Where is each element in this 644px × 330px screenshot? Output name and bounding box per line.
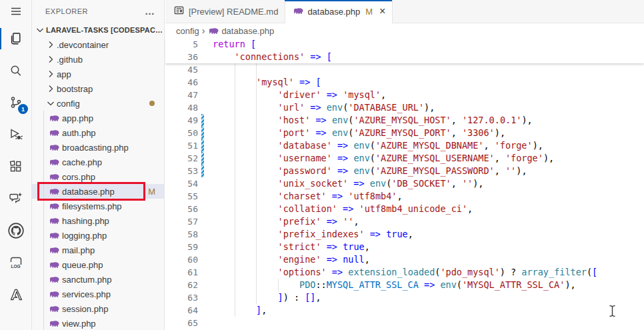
- close-icon[interactable]: ×: [379, 7, 385, 16]
- tab-label: database.php: [307, 7, 360, 17]
- file-item-cache-php[interactable]: cache.php: [32, 155, 164, 169]
- code-line[interactable]: 61 'options' => extension_loaded('pdo_my…: [165, 266, 644, 279]
- more-actions-icon[interactable]: …: [145, 8, 155, 15]
- file-item-queue-php[interactable]: queue.php: [32, 257, 164, 272]
- code-text: 'prefix_indexes' => true,: [213, 228, 644, 241]
- tab-preview-readme-md[interactable]: [Preview] README.md: [165, 0, 285, 23]
- editor-group: [Preview] README.mddatabase.phpM× config…: [165, 0, 644, 330]
- debug-icon: [8, 127, 24, 143]
- code-line[interactable]: 64 ],: [165, 304, 644, 317]
- code-line[interactable]: 53 'password' => env('AZURE_MYSQL_PASSWO…: [165, 165, 644, 177]
- search-button[interactable]: [0, 55, 32, 87]
- azure-logs-button[interactable]: LOG: [0, 247, 32, 279]
- code-line[interactable]: 36 'connections' => [: [165, 51, 644, 63]
- code-line[interactable]: 52 'username' => env('AZURE_MYSQL_USERNA…: [165, 152, 644, 165]
- file-item-filesystems-php[interactable]: filesystems.php: [32, 199, 164, 213]
- file-item-app-php[interactable]: app.php: [32, 111, 164, 125]
- code-line[interactable]: 55 'charset' => 'utf8mb4',: [165, 190, 644, 203]
- file-item-mail-php[interactable]: mail.php: [32, 243, 164, 257]
- code-line[interactable]: 46 'mysql' => [: [165, 76, 644, 89]
- code-line[interactable]: 63 ]) : [],: [165, 291, 644, 304]
- code-line[interactable]: 48 'url' => env('DATABASE_URL'),: [165, 101, 644, 114]
- file-item-hashing-php[interactable]: hashing.php: [32, 213, 164, 228]
- code-text: 'charset' => 'utf8mb4',: [213, 190, 644, 203]
- item-label: view.php: [62, 319, 96, 329]
- project-root-laravel-tasks-codespaces[interactable]: LARAVEL-TASKS [CODESPACES: ...: [32, 23, 164, 37]
- file-item-broadcasting-php[interactable]: broadcasting.php: [32, 140, 164, 155]
- php-file-icon: [49, 203, 62, 210]
- source-control-button[interactable]: 1: [0, 87, 32, 119]
- item-label: cors.php: [62, 172, 95, 182]
- item-label: sanctum.php: [62, 275, 111, 285]
- php-file-icon: [49, 291, 62, 298]
- code-line[interactable]: 62 PDO::MYSQL_ATTR_SSL_CA => env('MYSQL_…: [165, 279, 644, 291]
- gutter: [198, 203, 213, 215]
- code-lines[interactable]: 4546 'mysql' => [47 'driver' => 'mysql',…: [165, 63, 644, 329]
- azure-button[interactable]: [0, 279, 32, 311]
- gutter: [198, 253, 213, 266]
- file-item-session-php[interactable]: session.php: [32, 301, 164, 316]
- folder-item-devcontainer[interactable]: .devcontainer: [32, 37, 164, 52]
- code-line[interactable]: 58 'prefix_indexes' => true,: [165, 228, 644, 241]
- file-item-logging-php[interactable]: logging.php: [32, 228, 164, 243]
- php-file-icon: [49, 144, 62, 151]
- indent-guide: [256, 63, 257, 304]
- chat-button[interactable]: [0, 183, 32, 215]
- code-line[interactable]: 5return [: [165, 38, 644, 51]
- folder-item-config[interactable]: config: [32, 96, 164, 111]
- code-line[interactable]: 45: [165, 63, 644, 76]
- item-label: mail.php: [62, 245, 95, 255]
- code-text: 'port' => env('AZURE_MYSQL_PORT', '3306'…: [213, 127, 644, 139]
- code-editor[interactable]: 5return [36 'connections' => [ 4546 'mys…: [165, 38, 644, 330]
- code-text: 'unix_socket' => env('DB_SOCKET', ''),: [213, 177, 644, 190]
- line-number: 48: [165, 101, 198, 114]
- code-text: 'connections' => [: [213, 51, 644, 63]
- php-file-icon: [49, 247, 62, 254]
- file-item-database-php[interactable]: database.phpM: [32, 184, 164, 199]
- file-item-view-php[interactable]: view.php: [32, 316, 164, 330]
- folder-item-app[interactable]: app: [32, 67, 164, 81]
- run-and-debug-button[interactable]: [0, 119, 32, 151]
- item-label: queue.php: [62, 260, 103, 270]
- file-item-auth-php[interactable]: auth.php: [32, 125, 164, 140]
- code-line[interactable]: 57 'prefix' => '',: [165, 215, 644, 228]
- code-line[interactable]: 49 'host' => env('AZURE_MYSQL_HOST', '12…: [165, 114, 644, 127]
- code-line[interactable]: 56 'collation' => 'utf8mb4_unicode_ci',: [165, 203, 644, 215]
- tab-database-php[interactable]: database.phpM×: [285, 0, 393, 23]
- log-icon: LOG: [7, 254, 25, 271]
- code-line[interactable]: 59 'strict' => true,: [165, 241, 644, 253]
- github-button[interactable]: [0, 215, 32, 247]
- line-number: 62: [165, 279, 198, 291]
- code-text: [213, 63, 644, 76]
- folder-item-github[interactable]: .github: [32, 52, 164, 67]
- vscode-window: { "colors": { "accent": "#005fb8", "sele…: [0, 0, 644, 330]
- file-item-cors-php[interactable]: cors.php: [32, 169, 164, 184]
- file-item-services-php[interactable]: services.php: [32, 287, 164, 301]
- explorer-button[interactable]: [0, 23, 32, 55]
- code-line[interactable]: 51 'database' => env('AZURE_MYSQL_DBNAME…: [165, 139, 644, 152]
- code-line[interactable]: 65: [165, 317, 644, 329]
- line-number: 60: [165, 253, 198, 266]
- item-label: database.php: [62, 187, 115, 197]
- git-modified-badge: M: [148, 187, 155, 197]
- code-line[interactable]: 50 'port' => env('AZURE_MYSQL_PORT', '33…: [165, 127, 644, 139]
- folder-item-bootstrap[interactable]: bootstrap: [32, 81, 164, 96]
- sticky-scroll[interactable]: 5return [36 'connections' => [: [165, 38, 644, 63]
- gutter: [198, 266, 213, 279]
- code-text: 'host' => env('AZURE_MYSQL_HOST', '127.0…: [213, 114, 644, 127]
- code-text: ],: [213, 304, 644, 317]
- file-item-sanctum-php[interactable]: sanctum.php: [32, 272, 164, 287]
- code-text: 'password' => env('AZURE_MYSQL_PASSWORD'…: [213, 165, 644, 177]
- breadcrumb: config›database.php: [165, 23, 644, 38]
- code-line[interactable]: 54 'unix_socket' => env('DB_SOCKET', '')…: [165, 177, 644, 190]
- breadcrumb-item-config[interactable]: config: [176, 26, 199, 36]
- breadcrumb-item-database-php[interactable]: database.php: [221, 26, 274, 36]
- php-file-icon: [49, 129, 62, 137]
- menu-button[interactable]: [0, 0, 32, 23]
- code-line[interactable]: 60 'engine' => null,: [165, 253, 644, 266]
- line-number: 63: [165, 291, 198, 304]
- gutter: [198, 228, 213, 241]
- code-line[interactable]: 47 'driver' => 'mysql',: [165, 89, 644, 101]
- modified-change-marker: [198, 127, 213, 139]
- extensions-button[interactable]: [0, 151, 32, 183]
